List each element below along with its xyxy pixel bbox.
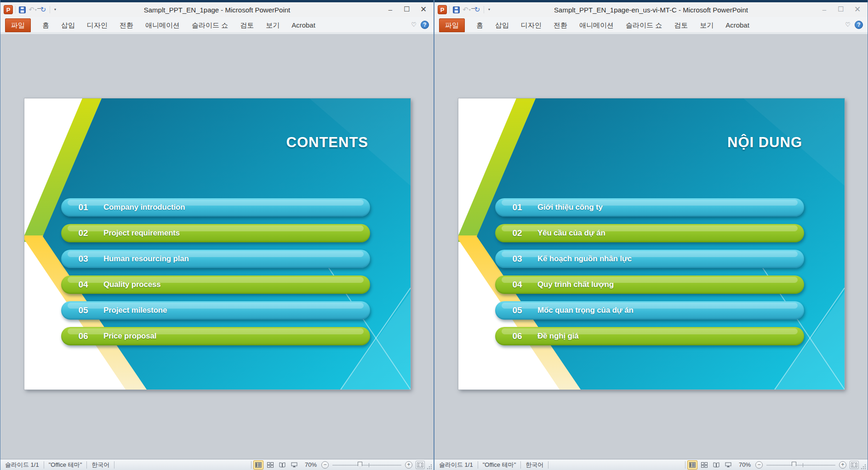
help-icon[interactable]: ? bbox=[855, 21, 863, 29]
ribbon-tabs: 파일 홈 삽입 디자인 전환 애니메이션 슬라이드 쇼 검토 보기 Acroba… bbox=[0, 17, 434, 34]
list-item[interactable]: 04 Quy trình chất lượng bbox=[495, 275, 804, 294]
tab-file[interactable]: 파일 bbox=[439, 18, 465, 32]
minimize-button[interactable]: – bbox=[816, 2, 833, 16]
tab-insert[interactable]: 삽입 bbox=[489, 18, 515, 32]
editing-area: NỘI DUNG 01 Giới thiệu công ty 02 Yêu cầ… bbox=[434, 34, 868, 459]
theme-indicator[interactable]: "Office 테마" bbox=[478, 461, 521, 469]
minimize-button[interactable]: – bbox=[382, 2, 399, 16]
zoom-out-button[interactable]: − bbox=[321, 461, 329, 469]
customize-qat-dropdown-icon[interactable]: ▾ bbox=[52, 8, 58, 11]
zoom-in-button[interactable]: + bbox=[839, 461, 846, 469]
zoom-percentage[interactable]: 70% bbox=[305, 461, 317, 468]
window-controls: – ☐ ✕ bbox=[816, 2, 866, 17]
titlebar-right: P ↶▾ ↻ ▾ Samplt_PPT_EN_1page-en_us-vi-MT… bbox=[434, 2, 868, 17]
customize-qat-dropdown-icon[interactable]: ▾ bbox=[486, 8, 492, 11]
zoom-slider-thumb[interactable] bbox=[792, 462, 796, 469]
tab-view[interactable]: 보기 bbox=[260, 18, 286, 32]
quick-access-toolbar: P ↶▾ ↻ ▾ bbox=[0, 5, 58, 14]
slide-title[interactable]: CONTENTS bbox=[286, 134, 369, 151]
list-item[interactable]: 06 Price proposal bbox=[61, 327, 370, 345]
window-controls: – ☐ ✕ bbox=[382, 2, 432, 17]
list-item[interactable]: 01 Giới thiệu công ty bbox=[495, 198, 804, 217]
zoom-slider[interactable] bbox=[766, 460, 835, 470]
tab-animations[interactable]: 애니메이션 bbox=[573, 18, 620, 32]
list-item[interactable]: 06 Đề nghị giá bbox=[495, 327, 804, 345]
collapse-ribbon-icon[interactable]: ♡ bbox=[411, 21, 417, 28]
list-item[interactable]: 01 Company introduction bbox=[61, 198, 370, 217]
quick-access-toolbar: P ↶▾ ↻ ▾ bbox=[434, 5, 492, 14]
slide-sorter-view-button[interactable] bbox=[265, 460, 275, 470]
undo-icon[interactable]: ↶▾ bbox=[29, 5, 37, 14]
tab-insert[interactable]: 삽입 bbox=[55, 18, 81, 32]
tab-acrobat[interactable]: Acrobat bbox=[286, 18, 321, 32]
list-item[interactable]: 04 Quality process bbox=[61, 275, 370, 294]
theme-indicator[interactable]: "Office 테마" bbox=[44, 461, 87, 469]
tab-transitions[interactable]: 전환 bbox=[548, 18, 573, 32]
tab-transitions[interactable]: 전환 bbox=[114, 18, 139, 32]
save-icon[interactable] bbox=[452, 5, 460, 14]
tab-slideshow[interactable]: 슬라이드 쇼 bbox=[186, 18, 234, 32]
reading-view-button[interactable] bbox=[711, 460, 721, 470]
language-indicator[interactable]: 한국어 bbox=[87, 461, 114, 469]
list-item[interactable]: 05 Project milestone bbox=[61, 301, 370, 320]
redo-icon[interactable]: ↻ bbox=[473, 5, 481, 14]
tab-design[interactable]: 디자인 bbox=[515, 18, 548, 32]
ribbon-tabs: 파일 홈 삽입 디자인 전환 애니메이션 슬라이드 쇼 검토 보기 Acroba… bbox=[434, 17, 868, 34]
powerpoint-app-icon[interactable]: P bbox=[4, 5, 13, 14]
language-indicator[interactable]: 한국어 bbox=[521, 461, 548, 469]
slide-indicator: 슬라이드 1/1 bbox=[0, 461, 44, 469]
powerpoint-window-right: P ↶▾ ↻ ▾ Samplt_PPT_EN_1page-en_us-vi-MT… bbox=[434, 0, 868, 470]
tab-review[interactable]: 검토 bbox=[668, 18, 694, 32]
slideshow-view-button[interactable] bbox=[289, 460, 299, 470]
titlebar-left: P ↶▾ ↻ ▾ Samplt_PPT_EN_1page - Microsoft… bbox=[0, 2, 434, 17]
zoom-percentage[interactable]: 70% bbox=[739, 461, 751, 468]
close-button[interactable]: ✕ bbox=[415, 2, 432, 16]
powerpoint-window-left: P ↶▾ ↻ ▾ Samplt_PPT_EN_1page - Microsoft… bbox=[0, 0, 434, 470]
statusbar-right: 슬라이드 1/1 "Office 테마" 한국어 70% − bbox=[434, 459, 868, 470]
zoom-slider-thumb[interactable] bbox=[358, 462, 362, 469]
redo-icon[interactable]: ↻ bbox=[39, 5, 47, 14]
list-item[interactable]: 02 Yêu cầu của dự án bbox=[495, 224, 804, 242]
window-title: Samplt_PPT_EN_1page-en_us-vi-MT-C - Micr… bbox=[434, 6, 868, 14]
editing-area: CONTENTS 01 Company introduction 02 Proj… bbox=[0, 34, 434, 459]
slideshow-view-button[interactable] bbox=[723, 460, 733, 470]
divider bbox=[484, 6, 484, 13]
zoom-out-button[interactable]: − bbox=[755, 461, 763, 469]
powerpoint-app-icon[interactable]: P bbox=[438, 5, 447, 14]
maximize-button[interactable]: ☐ bbox=[833, 2, 849, 16]
list-item[interactable]: 02 Project requirements bbox=[61, 224, 370, 242]
list-item[interactable]: 03 Kế hoạch nguồn nhân lực bbox=[495, 250, 804, 268]
reading-view-button[interactable] bbox=[277, 460, 287, 470]
tab-animations[interactable]: 애니메이션 bbox=[139, 18, 186, 32]
normal-view-button[interactable] bbox=[687, 460, 697, 470]
tab-view[interactable]: 보기 bbox=[694, 18, 720, 32]
save-icon[interactable] bbox=[18, 5, 26, 14]
slide-sorter-view-button[interactable] bbox=[699, 460, 709, 470]
tab-review[interactable]: 검토 bbox=[234, 18, 260, 32]
list-item[interactable]: 05 Mốc quan trọng của dự án bbox=[495, 301, 804, 320]
resize-grip[interactable] bbox=[427, 460, 433, 470]
zoom-slider[interactable] bbox=[332, 460, 401, 470]
divider bbox=[50, 6, 50, 13]
help-icon[interactable]: ? bbox=[421, 21, 429, 29]
zoom-in-button[interactable]: + bbox=[405, 461, 412, 469]
slide-title[interactable]: NỘI DUNG bbox=[727, 134, 802, 151]
tab-home[interactable]: 홈 bbox=[36, 18, 55, 32]
resize-grip[interactable] bbox=[861, 460, 867, 470]
close-button[interactable]: ✕ bbox=[849, 2, 866, 16]
tab-file[interactable]: 파일 bbox=[5, 18, 31, 32]
statusbar-left: 슬라이드 1/1 "Office 테마" 한국어 70% − bbox=[0, 459, 434, 470]
collapse-ribbon-icon[interactable]: ♡ bbox=[845, 21, 851, 28]
fit-slide-to-window-button[interactable] bbox=[850, 461, 859, 469]
tab-design[interactable]: 디자인 bbox=[81, 18, 114, 32]
maximize-button[interactable]: ☐ bbox=[399, 2, 415, 16]
slide-canvas: NỘI DUNG 01 Giới thiệu công ty 02 Yêu cầ… bbox=[458, 98, 845, 390]
undo-icon[interactable]: ↶▾ bbox=[463, 5, 471, 14]
tab-slideshow[interactable]: 슬라이드 쇼 bbox=[620, 18, 668, 32]
fit-slide-to-window-button[interactable] bbox=[416, 461, 425, 469]
list-item[interactable]: 03 Human resourcing plan bbox=[61, 250, 370, 268]
divider bbox=[15, 6, 16, 13]
normal-view-button[interactable] bbox=[253, 460, 263, 470]
tab-home[interactable]: 홈 bbox=[470, 18, 489, 32]
tab-acrobat[interactable]: Acrobat bbox=[720, 18, 755, 32]
